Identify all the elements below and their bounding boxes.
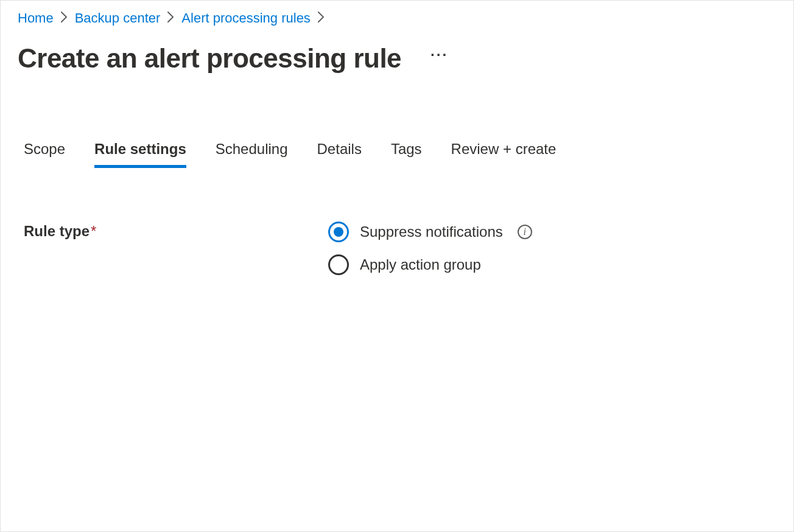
- radio-suppress-notifications[interactable]: Suppress notifications i: [328, 222, 532, 242]
- rule-type-label-col: Rule type*: [24, 222, 328, 275]
- chevron-right-icon: [61, 12, 68, 26]
- page-title: Create an alert processing rule: [18, 43, 401, 74]
- title-row: Create an alert processing rule ···: [18, 43, 776, 74]
- radio-suppress-label: Suppress notifications: [360, 223, 503, 240]
- breadcrumb: Home Backup center Alert processing rule…: [18, 10, 776, 26]
- form-rule-type-row: Rule type* Suppress notifications i Appl…: [18, 222, 776, 275]
- radio-dot-icon: [334, 227, 343, 237]
- radio-apply-action-label: Apply action group: [360, 256, 481, 273]
- tab-scope[interactable]: Scope: [24, 141, 65, 168]
- rule-type-label: Rule type: [24, 223, 90, 239]
- tabs: Scope Rule settings Scheduling Details T…: [18, 141, 776, 168]
- radio-button-icon: [328, 254, 349, 275]
- chevron-right-icon: [167, 12, 174, 26]
- tab-tags[interactable]: Tags: [391, 141, 422, 168]
- required-indicator: *: [91, 223, 96, 239]
- tab-review-create[interactable]: Review + create: [451, 141, 557, 168]
- radio-apply-action-group[interactable]: Apply action group: [328, 254, 532, 275]
- chevron-right-icon: [318, 12, 325, 26]
- breadcrumb-backup-center[interactable]: Backup center: [75, 10, 161, 26]
- info-icon[interactable]: i: [518, 225, 532, 239]
- rule-type-options: Suppress notifications i Apply action gr…: [328, 222, 532, 275]
- tab-scheduling[interactable]: Scheduling: [216, 141, 288, 168]
- radio-button-icon: [328, 222, 349, 242]
- breadcrumb-alert-processing-rules[interactable]: Alert processing rules: [181, 10, 311, 26]
- tab-rule-settings[interactable]: Rule settings: [94, 141, 186, 168]
- breadcrumb-home[interactable]: Home: [18, 10, 54, 26]
- tab-details[interactable]: Details: [317, 141, 362, 168]
- more-actions-button[interactable]: ···: [426, 43, 453, 67]
